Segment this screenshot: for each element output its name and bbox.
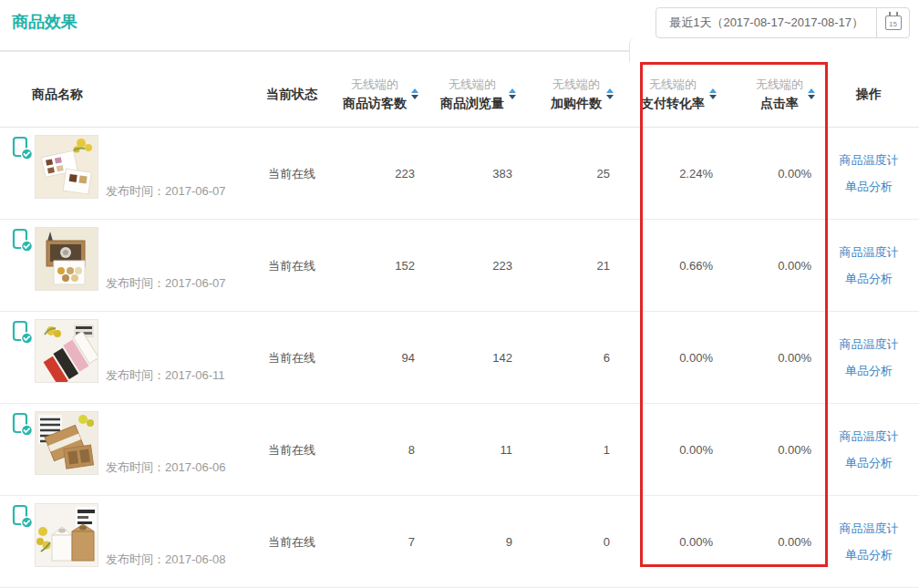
single-item-analysis-link[interactable]: 单品分析 <box>845 363 893 379</box>
single-item-analysis-link[interactable]: 单品分析 <box>845 179 893 195</box>
product-thermometer-link[interactable]: 商品温度计 <box>840 521 899 537</box>
table-row: 发布时间：2017-06-08 当前在线 7 9 0 0.00% 0.00% 商… <box>0 496 919 588</box>
column-header-pay-conversion[interactable]: 无线端的 支付转化率 <box>617 77 720 112</box>
sort-caret-icon[interactable] <box>606 88 614 99</box>
publish-time: 发布时间：2017-06-07 <box>106 275 226 292</box>
ctr-cell: 0.00% <box>720 259 819 273</box>
operations-cell: 商品温度计 单品分析 <box>819 152 919 195</box>
date-range-control: 最近1天（2017-08-17~2017-08-17） 15 <box>656 7 910 38</box>
sort-caret-icon[interactable] <box>411 88 418 99</box>
column-header-add-cart[interactable]: 无线端的 加购件数 <box>520 77 617 112</box>
product-thermometer-link[interactable]: 商品温度计 <box>840 152 899 169</box>
sort-caret-icon[interactable] <box>808 88 815 99</box>
product-thermometer-link[interactable]: 商品温度计 <box>840 336 899 353</box>
publish-time: 发布时间：2017-06-06 <box>106 459 226 476</box>
ctr-cell: 0.00% <box>720 443 819 457</box>
ctr-cell: 0.00% <box>720 535 819 549</box>
mobile-verified-icon <box>12 228 34 257</box>
product-thumbnail[interactable] <box>35 227 98 291</box>
publish-time: 发布时间：2017-06-11 <box>106 367 225 384</box>
mobile-verified-icon <box>12 136 34 165</box>
views-cell: 223 <box>422 259 520 273</box>
visitors-cell: 223 <box>324 167 422 181</box>
product-thermometer-link[interactable]: 商品温度计 <box>840 428 899 445</box>
product-thumbnail[interactable] <box>35 503 98 567</box>
product-name-cell[interactable]: 发布时间：2017-06-08 <box>0 496 260 588</box>
conversion-cell: 0.00% <box>617 535 720 549</box>
product-table: 商品名称 当前状态 无线端的 商品访客数 无线端的 商品浏览量 无线端的 <box>0 62 919 588</box>
single-item-analysis-link[interactable]: 单品分析 <box>845 547 893 563</box>
conversion-cell: 0.00% <box>617 443 720 457</box>
table-row: 发布时间：2017-06-07 当前在线 152 223 21 0.66% 0.… <box>0 220 919 312</box>
calendar-button[interactable]: 15 <box>876 8 909 37</box>
status-cell: 当前在线 <box>260 534 324 551</box>
operations-cell: 商品温度计 单品分析 <box>819 521 919 563</box>
add-cart-cell: 6 <box>520 351 617 365</box>
product-thumbnail[interactable] <box>35 135 98 199</box>
add-cart-cell: 25 <box>520 167 617 181</box>
single-item-analysis-link[interactable]: 单品分析 <box>845 271 893 287</box>
product-thermometer-link[interactable]: 商品温度计 <box>840 244 899 261</box>
views-cell: 383 <box>422 167 520 181</box>
add-cart-cell: 0 <box>520 535 617 549</box>
date-panel-edge <box>629 38 919 62</box>
conversion-cell: 2.24% <box>617 167 720 181</box>
thumb-white-chocolate-boxes <box>36 136 98 199</box>
single-item-analysis-link[interactable]: 单品分析 <box>845 455 893 471</box>
views-cell: 9 <box>422 535 520 549</box>
visitors-cell: 94 <box>324 351 422 365</box>
thumb-kraft-drawer-boxes <box>36 412 98 475</box>
column-header-views[interactable]: 无线端的 商品浏览量 <box>422 77 520 112</box>
table-header-row: 商品名称 当前状态 无线端的 商品访客数 无线端的 商品浏览量 无线端的 <box>0 62 919 128</box>
status-cell: 当前在线 <box>260 442 324 459</box>
product-name-cell[interactable]: 发布时间：2017-06-07 <box>0 220 260 312</box>
column-header-visitors[interactable]: 无线端的 商品访客数 <box>324 77 422 112</box>
column-header-operations: 操作 <box>819 87 919 103</box>
views-cell: 11 <box>422 443 520 457</box>
sort-caret-icon[interactable] <box>709 88 717 99</box>
mobile-verified-icon <box>12 504 34 533</box>
ctr-cell: 0.00% <box>720 167 819 181</box>
views-cell: 142 <box>422 351 520 365</box>
table-body: 发布时间：2017-06-07 当前在线 223 383 25 2.24% 0.… <box>0 128 919 588</box>
sort-caret-icon[interactable] <box>509 88 516 99</box>
operations-cell: 商品温度计 单品分析 <box>819 244 919 287</box>
table-row: 发布时间：2017-06-07 当前在线 223 383 25 2.24% 0.… <box>0 128 919 220</box>
add-cart-cell: 21 <box>520 259 617 273</box>
product-name-cell[interactable]: 发布时间：2017-06-11 <box>0 312 260 404</box>
publish-time: 发布时间：2017-06-07 <box>106 183 226 200</box>
operations-cell: 商品温度计 单品分析 <box>819 428 919 471</box>
visitors-cell: 7 <box>324 535 422 549</box>
mobile-verified-icon <box>12 320 34 349</box>
product-name-cell[interactable]: 发布时间：2017-06-07 <box>0 128 260 220</box>
product-name-cell[interactable]: 发布时间：2017-06-06 <box>0 404 260 496</box>
thumb-gable-gift-bags <box>36 504 98 567</box>
visitors-cell: 152 <box>324 259 422 273</box>
column-header-product-name: 商品名称 <box>0 87 260 103</box>
product-thumbnail[interactable] <box>35 319 98 383</box>
product-thumbnail[interactable] <box>35 411 98 475</box>
column-header-click-rate[interactable]: 无线端的 点击率 <box>720 77 819 112</box>
visitors-cell: 8 <box>324 443 422 457</box>
thumb-slim-color-boxes <box>36 320 98 383</box>
calendar-icon: 15 <box>885 15 902 30</box>
add-cart-cell: 1 <box>520 443 617 457</box>
page-title: 商品效果 <box>12 11 77 33</box>
status-cell: 当前在线 <box>260 166 324 182</box>
product-performance-page: 商品效果 最近1天（2017-08-17~2017-08-17） 15 商品名称… <box>0 0 919 588</box>
status-cell: 当前在线 <box>260 350 324 366</box>
column-header-status: 当前状态 <box>260 87 324 103</box>
publish-time: 发布时间：2017-06-08 <box>106 552 226 568</box>
conversion-cell: 0.66% <box>617 259 720 273</box>
status-cell: 当前在线 <box>260 258 324 274</box>
date-range-button[interactable]: 最近1天（2017-08-17~2017-08-17） <box>656 8 876 37</box>
conversion-cell: 0.00% <box>617 351 720 365</box>
table-row: 发布时间：2017-06-06 当前在线 8 11 1 0.00% 0.00% … <box>0 404 919 496</box>
mobile-verified-icon <box>12 412 34 441</box>
operations-cell: 商品温度计 单品分析 <box>819 336 919 379</box>
thumb-wooden-drawer-box <box>36 228 98 291</box>
ctr-cell: 0.00% <box>720 351 819 365</box>
table-row: 发布时间：2017-06-11 当前在线 94 142 6 0.00% 0.00… <box>0 312 919 404</box>
